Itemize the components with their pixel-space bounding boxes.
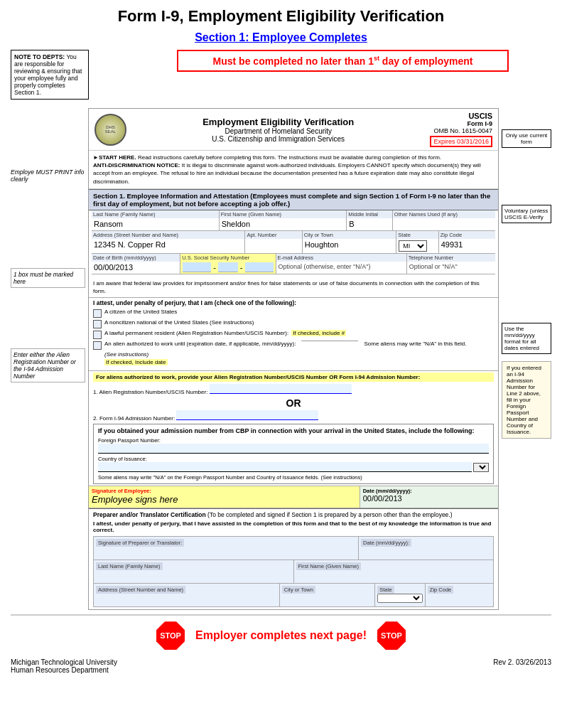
- preparer-sig-input[interactable]: [96, 546, 356, 559]
- footer: Michigan Technological University Human …: [11, 658, 551, 674]
- apt-cell: Apt. Number: [245, 231, 302, 253]
- preparer-city-label: City or Town: [282, 586, 315, 594]
- city-value: Houghton: [305, 240, 394, 250]
- phone-label: Telephone Number: [407, 254, 495, 262]
- form-number: Form I-9: [430, 120, 492, 127]
- ssn-part1[interactable]: [183, 262, 211, 272]
- preparer-address-row: Address (Street Number and Name) City or…: [93, 584, 494, 607]
- passport-label: Foreign Passport Number:: [98, 437, 489, 444]
- preparer-state-input[interactable]: [377, 593, 423, 606]
- ssn-cell: U.S. Social Security Number - -: [180, 254, 276, 274]
- preparer-first-input[interactable]: [296, 569, 492, 582]
- note-label: NOTE TO DEPTS:: [14, 53, 65, 60]
- preparer-sig-label: Signature of Preparer or Translator:: [96, 539, 184, 547]
- preparer-last-input[interactable]: [96, 569, 291, 582]
- preparer-fields: Signature of Preparer or Translator: Dat…: [93, 536, 494, 607]
- if-checked-date: If checked, Include date: [104, 359, 168, 365]
- bottom-bar: STOP Employer completes next page! STOP: [11, 614, 551, 655]
- first-name-cell: First Name (Given Name) Sheldon: [220, 210, 347, 230]
- preparer-last-label: Last Name (Family Name): [96, 562, 163, 570]
- preparer-zip-input[interactable]: [428, 593, 491, 606]
- address-row: Address (Street Number and Name) 12345 N…: [92, 231, 495, 254]
- state-label: State: [396, 231, 438, 239]
- sig-date-cell: Date (mm/dd/yyyy): 00/00/2013: [360, 486, 498, 508]
- checkbox-alien-box[interactable]: [93, 341, 102, 350]
- middle-initial-value: B: [349, 219, 390, 229]
- last-name-value: Ransom: [94, 219, 217, 229]
- country-select[interactable]: [473, 463, 489, 472]
- country-input[interactable]: [98, 462, 472, 472]
- i94-admission-input[interactable]: [176, 410, 318, 420]
- note-to-depts: NOTE TO DEPTS: You are responsible for r…: [11, 50, 89, 100]
- checkbox-noncitizen-label: A noncitizen national of the United Stat…: [104, 319, 254, 326]
- footer-left: Michigan Technological University Human …: [11, 658, 117, 674]
- checkbox-citizen-box[interactable]: [93, 309, 102, 318]
- preparer-sig-cell: Signature of Preparer or Translator:: [94, 537, 359, 560]
- last-name-cell: Last Name (Family Name) Ransom: [92, 210, 220, 230]
- checkbox-resident-label: A lawful permanent resident (Alien Regis…: [104, 330, 288, 336]
- uscis-label: USCIS: [430, 112, 492, 120]
- attest-header: I attest, under penalty of perjury, that…: [93, 299, 494, 306]
- dhs-name: Department of Homeland Security: [126, 127, 430, 135]
- must-complete-end: day of employment: [379, 55, 472, 67]
- first-name-value: Sheldon: [222, 219, 345, 229]
- section1-title-bar: Section 1. Employee Information and Atte…: [89, 189, 498, 210]
- preparer-state-select[interactable]: [377, 594, 423, 603]
- employer-text: Employer completes next page!: [195, 629, 367, 642]
- preparer-first-cell: First Name (Given Name): [294, 560, 494, 583]
- checkbox-citizen-label: A citizen of the United States: [104, 309, 177, 315]
- middle-initial-label: Middle Initial: [347, 210, 392, 218]
- zip-label: Zip Code: [439, 231, 495, 239]
- attest-section: I attest, under penalty of perjury, that…: [89, 298, 498, 370]
- checkbox-noncitizen: A noncitizen national of the United Stat…: [93, 319, 494, 328]
- last-name-label: Last Name (Family Name): [92, 210, 219, 218]
- passport-row: Foreign Passport Number:: [98, 437, 489, 454]
- ev-title: Employment Eligibility Verification: [126, 117, 430, 127]
- passport-input[interactable]: [98, 444, 489, 454]
- other-names-cell: Other Names Used (if any): [393, 210, 495, 230]
- state-cell: State MI: [396, 231, 438, 253]
- alien-reg-input[interactable]: [210, 384, 352, 394]
- checkbox-alien: An alien authorized to work until (expir…: [93, 341, 494, 350]
- phone-placeholder: Optional or "N/A": [409, 262, 493, 271]
- email-placeholder: Optional (otherwise, enter "N/A"): [279, 262, 404, 271]
- preparer-section: Preparer and/or Translator Certification…: [89, 508, 498, 609]
- alien-section: For aliens authorized to work, provide y…: [89, 370, 498, 486]
- checkbox-noncitizen-box[interactable]: [93, 320, 102, 328]
- preparer-city-input[interactable]: [282, 593, 372, 606]
- state-select[interactable]: MI: [399, 240, 427, 252]
- start-here-text: Read instructions carefully before compl…: [138, 154, 441, 161]
- city-label: City or Town: [303, 231, 396, 239]
- uscis-header: DHSSEAL Employment Eligibility Verificat…: [89, 109, 498, 151]
- use-format-note: Use the mm/dd/yyyy format for all dates …: [502, 323, 551, 354]
- alien-line2-label: 2. Form I-94 Admission Number:: [93, 415, 175, 422]
- preparer-date-cell: Date (mm/dd/yyyy):: [359, 537, 493, 560]
- checkbox-resident: A lawful permanent resident (Alien Regis…: [93, 330, 494, 339]
- date-label: Date (mm/dd/yyyy):: [363, 488, 495, 494]
- country-label: Country of Issuance:: [98, 456, 489, 462]
- other-names-value: [395, 219, 493, 220]
- ssn-part3[interactable]: [245, 262, 274, 272]
- only-use-note: Only use current form: [502, 129, 551, 148]
- attestation-text: I am aware that federal law provides for…: [89, 277, 498, 298]
- ssn-row: - -: [183, 262, 273, 272]
- must-complete-text: Must be completed no later than 1: [213, 55, 374, 67]
- middle-initial-cell: Middle Initial B: [347, 210, 393, 230]
- must-complete-box: Must be completed no later than 1st day …: [177, 50, 509, 72]
- other-names-label: Other Names Used (if any): [393, 210, 495, 218]
- phone-cell: Telephone Number Optional or "N/A": [407, 254, 495, 274]
- ssn-part2[interactable]: [218, 262, 238, 272]
- preparer-name-row: Last Name (Family Name) First Name (Give…: [93, 560, 494, 584]
- alien-section-text: For aliens authorized to work, provide y…: [93, 373, 494, 382]
- footer-right: Rev 2. 03/26/2013: [493, 658, 551, 674]
- ssn-label: U.S. Social Security Number: [180, 254, 275, 262]
- preparer-zip-cell: Zip Code: [426, 584, 493, 606]
- email-label: E-mail Address: [276, 254, 406, 262]
- i94-note-box: If you entered an I-94 Admission Number …: [502, 361, 551, 439]
- sig-employee-cell: Signature of Employee: Employee signs he…: [89, 486, 360, 508]
- dob-label: Date of Birth (mm/dd/yyyy): [92, 254, 180, 262]
- checkbox-resident-box[interactable]: [93, 331, 102, 339]
- preparer-date-input[interactable]: [361, 546, 491, 559]
- preparer-address-input[interactable]: [96, 593, 277, 606]
- employee-must-note: Employe MUST PRINT info clearly: [11, 168, 85, 183]
